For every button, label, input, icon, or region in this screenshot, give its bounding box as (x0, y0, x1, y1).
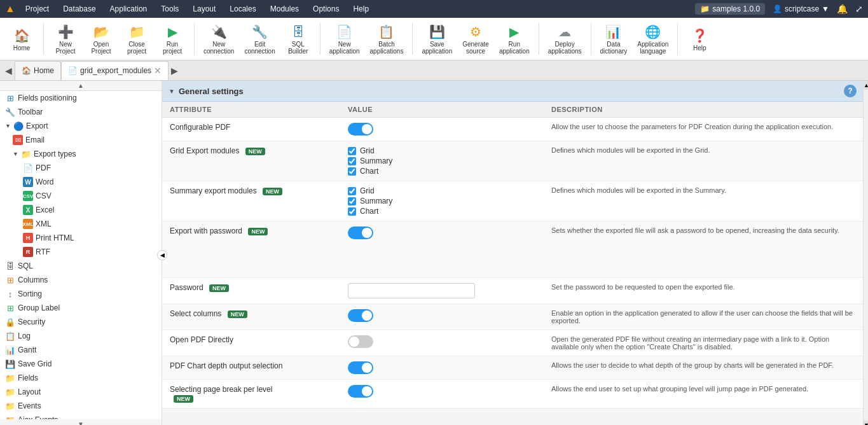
content-scroll-up-btn[interactable]: ▲ (864, 81, 868, 90)
word-icon: W (23, 177, 33, 187)
toolbar-save-application-btn[interactable]: 💾 Saveapplication (418, 20, 456, 57)
sidebar-item-security[interactable]: 🔒 Security (0, 315, 162, 329)
sidebar-item-log[interactable]: 📋 Log (0, 329, 162, 343)
sidebar-scroll-down-btn[interactable]: ▼ (0, 419, 162, 425)
section-help-btn[interactable]: ? (844, 85, 857, 97)
sidebar-item-layout[interactable]: 📁 Layout (0, 385, 162, 399)
menu-project[interactable]: Project (19, 3, 55, 15)
user-info[interactable]: 👤 scriptcase ▼ (773, 4, 829, 13)
sidebar-item-pdf[interactable]: 📄 PDF (0, 161, 162, 175)
sidebar-item-csv[interactable]: CSV CSV (0, 189, 162, 203)
col-description: DESCRIPTION (544, 102, 863, 118)
toolbar-data-dictionary-btn[interactable]: 📊 Datadictionary (596, 20, 631, 57)
checkbox-summary-1[interactable] (348, 157, 356, 165)
content-scroll-down-btn[interactable]: ▼ (864, 421, 868, 425)
menu-layout[interactable]: Layout (186, 3, 222, 15)
menu-options[interactable]: Options (307, 3, 345, 15)
sidebar-item-email[interactable]: ✉ Email (0, 133, 162, 147)
sidebar-item-export[interactable]: ▼ 🔵 Export (0, 119, 162, 133)
email-icon: ✉ (13, 135, 23, 145)
checkbox-chart-2[interactable] (348, 207, 356, 216)
help-icon: ❓ (691, 27, 708, 45)
toolbar-run-application-btn[interactable]: ▶ Runapplication (495, 20, 534, 57)
home-tab-icon: 🏠 (22, 66, 31, 75)
val-configurable-pdf (340, 118, 544, 141)
separator-1 (43, 23, 44, 55)
sidebar-item-events[interactable]: 📁 Events (0, 399, 162, 413)
sidebar-item-sql[interactable]: 🗄 SQL (0, 259, 162, 273)
tab-home[interactable]: 🏠 Home (15, 61, 61, 80)
toolbar-edit-connection-btn[interactable]: 🔧 Editconnection (240, 20, 279, 57)
toolbar-help-btn[interactable]: ❓ Help (683, 24, 716, 54)
toggle-export-with-password[interactable] (348, 226, 373, 239)
sidebar-item-xml[interactable]: XML XML (0, 217, 162, 231)
tab-close-btn[interactable]: ✕ (154, 66, 162, 76)
menu-tools[interactable]: Tools (155, 3, 185, 15)
columns-icon: ⊞ (5, 275, 15, 285)
notification-icon[interactable]: 🔔 (837, 4, 848, 14)
batch-applications-icon: 📋 (378, 23, 396, 41)
toolbar-run-project-btn[interactable]: ▶ Runproject (156, 20, 189, 57)
toggle-open-pdf-directly[interactable] (348, 335, 373, 348)
toolbar-new-connection-btn[interactable]: 🔌 Newconnection (200, 20, 238, 57)
sidebar-item-word[interactable]: W Word (0, 175, 162, 189)
gantt-icon: 📊 (5, 345, 15, 355)
sidebar-item-save-grid[interactable]: 💾 Save Grid (0, 357, 162, 371)
toggle-select-columns[interactable] (348, 309, 373, 322)
application-language-icon: 🌐 (644, 23, 662, 41)
toolbar-deploy-applications-btn[interactable]: ☁ Deployapplications (544, 20, 586, 57)
sidebar-item-gantt[interactable]: 📊 Gantt (0, 343, 162, 357)
checkbox-row: Chart (348, 207, 536, 216)
menu-locales[interactable]: Locales (223, 3, 262, 15)
tab-next-btn[interactable]: ▶ (169, 66, 181, 76)
sidebar-item-rtf[interactable]: R RTF (0, 245, 162, 259)
sidebar-item-columns[interactable]: ⊞ Columns (0, 273, 162, 287)
save-grid-icon: 💾 (5, 359, 15, 369)
tab-prev-btn[interactable]: ◀ (3, 66, 15, 76)
sidebar-collapse-btn[interactable]: ◀ (157, 250, 167, 260)
sidebar-item-export-types[interactable]: ▼ 📁 Export types (0, 147, 162, 161)
sidebar-scroll-up-btn[interactable]: ▲ (0, 81, 162, 91)
sidebar-item-group-label[interactable]: ⊞ Group Label (0, 301, 162, 315)
toolbar-batch-applications-btn[interactable]: 📋 Batchapplications (366, 20, 408, 57)
rtf-icon: R (23, 247, 33, 257)
val-summary-export-modules: Grid Summary Chart (340, 181, 544, 221)
menu-modules[interactable]: Modules (264, 3, 305, 15)
toolbar-open-project-btn[interactable]: 📂 OpenProject (85, 20, 118, 57)
desc-select-columns: Enable an option in the application gene… (544, 304, 863, 330)
menu-database[interactable]: Database (57, 3, 102, 15)
sidebar-item-sorting[interactable]: ↕ Sorting (0, 287, 162, 301)
menu-application[interactable]: Application (104, 3, 154, 15)
sidebar-item-excel[interactable]: X Excel (0, 203, 162, 217)
toggle-pdf-chart-depth[interactable] (348, 361, 373, 374)
section-header: ▼ General settings ? (162, 81, 863, 102)
desc-summary-export-modules: Defines which modules will be exported i… (544, 181, 863, 221)
menu-help[interactable]: Help (347, 3, 375, 15)
security-icon: 🔒 (5, 317, 15, 327)
sidebar-item-print-html[interactable]: H Print HTML (0, 231, 162, 245)
expand-icon[interactable]: ⤢ (855, 4, 863, 14)
checkbox-grid-2[interactable] (348, 187, 356, 195)
toolbar-application-language-btn[interactable]: 🌐 Applicationlanguage (633, 20, 672, 57)
toolbar-home-btn[interactable]: 🏠 Home (5, 24, 38, 54)
toggle-selecting-page-break[interactable] (348, 385, 373, 398)
toolbar-generate-source-btn[interactable]: ⚙ Generatesource (458, 20, 493, 57)
sidebar-item-fields[interactable]: 📁 Fields (0, 371, 162, 385)
checkbox-summary-2[interactable] (348, 197, 356, 206)
toggle-configurable-pdf[interactable] (348, 123, 373, 136)
sidebar-item-fields-positioning[interactable]: ⊞ Fields positioning (0, 91, 162, 105)
data-dictionary-icon: 📊 (605, 23, 623, 41)
checkbox-grid-1[interactable] (348, 147, 356, 155)
val-export-with-password (340, 221, 544, 278)
toolbar-new-project-btn[interactable]: ➕ NewProject (49, 20, 82, 57)
attr-export-with-password: Export with password NEW (162, 221, 340, 278)
sidebar-item-toolbar[interactable]: 🔧 Toolbar (0, 105, 162, 119)
checkbox-chart-1[interactable] (348, 167, 356, 176)
tab-grid-export[interactable]: 📄 grid_export_modules ✕ (61, 61, 169, 80)
toolbar-close-project-btn[interactable]: 📁 Closeproject (120, 20, 153, 57)
toolbar-sql-builder-btn[interactable]: 🗄 SQLBuilder (282, 20, 315, 57)
run-application-icon: ▶ (506, 23, 523, 41)
table-row: Configurable PDF Allow the user to choos… (162, 118, 863, 141)
password-input[interactable] (348, 283, 475, 298)
toolbar-new-application-btn[interactable]: 📄 Newapplication (326, 20, 364, 57)
